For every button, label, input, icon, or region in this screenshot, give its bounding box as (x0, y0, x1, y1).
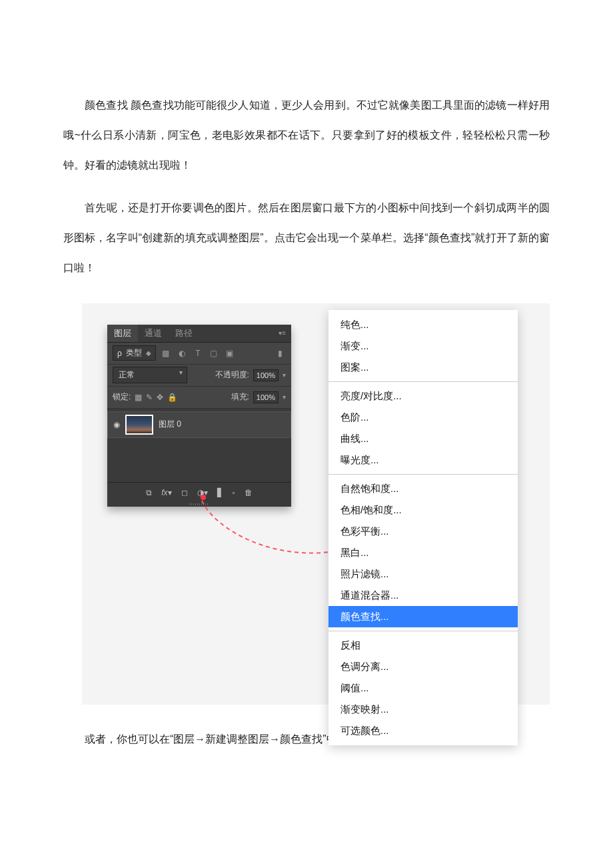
pointer-dot-icon (201, 495, 206, 500)
filter-shape-icon[interactable]: ▢ (208, 349, 220, 358)
layer-style-icon[interactable]: fx▾ (161, 488, 171, 497)
lock-paint-icon[interactable]: ✎ (146, 393, 153, 402)
opacity-label: 不透明度: (215, 369, 249, 381)
menu-item[interactable]: 自然饱和度... (328, 478, 518, 499)
paragraph-1: 颜色查找 颜色查找功能可能很少人知道，更少人会用到。不过它就像美图工具里面的滤镜… (63, 91, 550, 180)
layer-mask-icon[interactable]: ◻ (181, 488, 188, 497)
filter-toggle-icon[interactable]: ▮ (274, 349, 286, 358)
filter-smart-icon[interactable]: ▣ (224, 349, 236, 358)
filter-pixel-icon[interactable]: ▩ (160, 349, 172, 358)
menu-item[interactable]: 黑白... (328, 542, 518, 563)
menu-separator (328, 381, 518, 382)
new-layer-icon[interactable]: ▫ (233, 488, 235, 497)
lock-transparent-icon[interactable]: ▦ (135, 393, 142, 402)
layer-filter-row: ρ 类型 ◆ ▩ ◐ T ▢ ▣ ▮ (107, 343, 291, 365)
panel-resize-handle[interactable] (107, 503, 291, 507)
visibility-eye-icon[interactable]: ◉ (113, 420, 120, 429)
paragraph-1-text: 颜色查找 颜色查找功能可能很少人知道，更少人会用到。不过它就像美图工具里面的滤镜… (63, 99, 550, 171)
opacity-dropdown-icon[interactable]: ▾ (283, 371, 286, 379)
layer-thumbnail[interactable] (125, 415, 153, 435)
lock-label: 锁定: (113, 391, 131, 403)
menu-item[interactable]: 曲线... (328, 428, 518, 449)
chevron-down-icon: ◆ (146, 349, 151, 357)
menu-item-color-lookup[interactable]: 颜色查找... (328, 606, 518, 627)
link-layers-icon[interactable]: ⧉ (146, 488, 152, 497)
layer-list: ◉ 图层 0 (107, 409, 291, 482)
menu-item[interactable]: 纯色... (328, 314, 518, 335)
lock-move-icon[interactable]: ✥ (157, 393, 163, 402)
panel-tabs: 图层 通道 路径 ▾≡ (107, 325, 291, 343)
layer-row[interactable]: ◉ 图层 0 (107, 411, 291, 438)
menu-item[interactable]: 曝光度... (328, 449, 518, 471)
menu-item[interactable]: 色彩平衡... (328, 521, 518, 542)
panel-menu-icon[interactable]: ▾≡ (279, 329, 291, 337)
menu-item[interactable]: 阈值... (328, 677, 518, 699)
lock-fill-row: 锁定: ▦ ✎ ✥ 🔒 填充: 100% ▾ (107, 387, 291, 409)
tab-channels[interactable]: 通道 (138, 325, 169, 342)
menu-separator (328, 474, 518, 475)
adjustment-layer-menu: 纯色... 渐变... 图案... 亮度/对比度... 色阶... 曲线... … (328, 310, 518, 745)
blend-mode-select[interactable]: 正常 (113, 367, 187, 383)
menu-item[interactable]: 通道混合器... (328, 585, 518, 606)
menu-item[interactable]: 亮度/对比度... (328, 385, 518, 407)
menu-item[interactable]: 可选颜色... (328, 720, 518, 741)
tab-layers[interactable]: 图层 (107, 325, 138, 342)
filter-type-select[interactable]: ρ 类型 ◆ (113, 345, 156, 361)
paragraph-2-text: 首先呢，还是打开你要调色的图片。然后在图层窗口最下方的小图标中间找到一个斜切成两… (63, 202, 550, 273)
blend-opacity-row: 正常 不透明度: 100% ▾ (107, 365, 291, 387)
layer-name: 图层 0 (159, 419, 181, 430)
search-icon: ρ (117, 349, 122, 358)
menu-item[interactable]: 照片滤镜... (328, 563, 518, 585)
menu-item[interactable]: 图案... (328, 357, 518, 378)
menu-item[interactable]: 色相/饱和度... (328, 499, 518, 521)
screenshot-figure: 图层 通道 路径 ▾≡ ρ 类型 ◆ ▩ ◐ T ▢ ▣ ▮ 正常 (82, 303, 550, 705)
paragraph-2: 首先呢，还是打开你要调色的图片。然后在图层窗口最下方的小图标中间找到一个斜切成两… (63, 193, 550, 283)
filter-adjust-icon[interactable]: ◐ (176, 349, 188, 358)
blend-mode-value: 正常 (119, 370, 135, 379)
menu-separator (328, 631, 518, 631)
layers-panel: 图层 通道 路径 ▾≡ ρ 类型 ◆ ▩ ◐ T ▢ ▣ ▮ 正常 (107, 325, 291, 507)
tab-paths[interactable]: 路径 (169, 325, 199, 342)
delete-layer-icon[interactable]: 🗑 (245, 488, 253, 497)
fill-dropdown-icon[interactable]: ▾ (283, 393, 286, 401)
menu-item[interactable]: 渐变... (328, 335, 518, 357)
document-page: 颜色查找 颜色查找功能可能很少人知道，更少人会用到。不过它就像美图工具里面的滤镜… (0, 0, 613, 808)
filter-type-label: 类型 (126, 347, 142, 359)
opacity-value[interactable]: 100% (253, 369, 279, 381)
layers-bottom-toolbar: ⧉ fx▾ ◻ ◑▾ ▋ ▫ 🗑 (107, 482, 291, 503)
new-group-icon[interactable]: ▋ (217, 488, 223, 497)
menu-item[interactable]: 色调分离... (328, 656, 518, 677)
menu-item[interactable]: 反相 (328, 635, 518, 656)
menu-item[interactable]: 渐变映射... (328, 699, 518, 720)
fill-label: 填充: (231, 391, 249, 403)
menu-item[interactable]: 色阶... (328, 407, 518, 428)
fill-value[interactable]: 100% (253, 391, 279, 403)
lock-all-icon[interactable]: 🔒 (167, 393, 177, 402)
filter-type-icon[interactable]: T (192, 349, 204, 358)
